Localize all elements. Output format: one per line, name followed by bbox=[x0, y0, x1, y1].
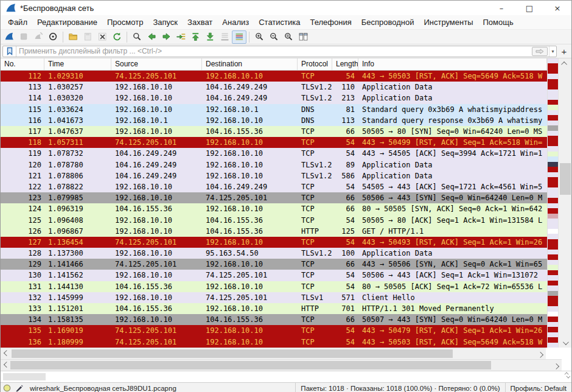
maximize-button[interactable]: □ bbox=[515, 1, 543, 15]
toolbar-separator bbox=[63, 32, 63, 43]
column-header-destination[interactable]: Destination bbox=[202, 58, 298, 70]
reload-file-button[interactable] bbox=[110, 30, 124, 44]
restart-capture-button[interactable] bbox=[31, 30, 46, 44]
mini-scroll-arrows[interactable] bbox=[566, 372, 569, 379]
packet-row-116[interactable]: 1161.041673192.168.10.1192.168.10.10DNS1… bbox=[1, 115, 547, 126]
close-file-button[interactable] bbox=[95, 30, 110, 44]
packet-row-113[interactable]: 1131.030257192.168.10.10104.16.249.249TL… bbox=[1, 82, 547, 93]
packet-row-122[interactable]: 1221.078822192.168.10.10104.16.249.249TC… bbox=[1, 181, 547, 192]
packet-row-126[interactable]: 1261.096867192.168.10.10104.16.155.36HTT… bbox=[1, 226, 547, 237]
apply-filter-button[interactable] bbox=[532, 47, 548, 56]
filter-dropdown-caret[interactable]: ▾ bbox=[549, 46, 556, 57]
packet-row-132[interactable]: 1321.145999192.168.10.1074.125.205.101TL… bbox=[1, 292, 547, 303]
packet-row-118[interactable]: 1181.05731174.125.205.101192.168.10.10TC… bbox=[1, 137, 547, 148]
open-file-button[interactable] bbox=[66, 30, 80, 44]
find-packet-button[interactable] bbox=[130, 30, 144, 44]
go-to-top-button[interactable] bbox=[188, 30, 203, 44]
packet-row-114[interactable]: 1141.030320192.168.10.10104.16.249.249TL… bbox=[1, 93, 547, 103]
go-to-packet-button[interactable] bbox=[173, 30, 188, 44]
packet-row-115[interactable]: 1151.033624192.168.10.10192.168.10.1DNS8… bbox=[1, 104, 547, 115]
expert-info-button[interactable] bbox=[1, 383, 13, 392]
packet-row-134[interactable]: 1341.158135192.168.10.10104.16.155.36TCP… bbox=[1, 314, 547, 325]
go-forward-button[interactable] bbox=[159, 30, 173, 44]
packet-row-123[interactable]: 1231.079985192.168.10.1074.125.205.101TC… bbox=[1, 192, 547, 203]
packet-row-135[interactable]: 1351.16901974.125.205.101192.168.10.10TC… bbox=[1, 325, 547, 336]
packet-row-112[interactable]: 1121.02931074.125.205.101192.168.10.10TC… bbox=[1, 71, 547, 82]
go-to-bottom-button[interactable] bbox=[203, 30, 217, 44]
scroll-down-arrow[interactable] bbox=[559, 338, 571, 348]
minimize-button[interactable]: – bbox=[487, 1, 515, 15]
menu-8[interactable]: Телефония bbox=[305, 16, 356, 29]
menu-7[interactable]: Статистика bbox=[254, 16, 305, 29]
hscrollbar-thumb-2[interactable] bbox=[10, 361, 491, 369]
scroll-left-arrow-2[interactable] bbox=[1, 360, 10, 371]
hscrollbar-thumb[interactable] bbox=[12, 349, 453, 358]
packet-row-125[interactable]: 1251.096408192.168.10.10104.16.155.36TCP… bbox=[1, 214, 547, 225]
menu-bar: ФайлРедактированиеПросмотрЗапускЗахватАн… bbox=[1, 15, 571, 30]
packet-row-119[interactable]: 1191.078732104.16.249.249192.168.10.10TC… bbox=[1, 148, 547, 159]
cell-len: 54 bbox=[332, 138, 358, 147]
zoom-in-button[interactable] bbox=[252, 30, 267, 44]
column-header-time[interactable]: Time bbox=[44, 58, 111, 70]
column-header-source[interactable]: Source bbox=[111, 58, 202, 70]
menu-6[interactable]: Анализ bbox=[217, 16, 254, 29]
column-header-protocol[interactable]: Protocol bbox=[298, 58, 332, 70]
column-header-info[interactable]: Info bbox=[358, 58, 547, 70]
save-file-button[interactable] bbox=[80, 30, 95, 44]
go-back-button[interactable] bbox=[144, 30, 159, 44]
add-filter-button[interactable]: + bbox=[559, 46, 570, 57]
colorize-button[interactable] bbox=[232, 30, 246, 44]
close-button[interactable]: × bbox=[543, 1, 571, 15]
menu-4[interactable]: Запуск bbox=[148, 16, 183, 29]
resize-columns-button[interactable] bbox=[296, 30, 310, 44]
zoom-out-button[interactable] bbox=[267, 30, 281, 44]
capture-options-button[interactable] bbox=[46, 30, 60, 44]
cell-proto: TCP bbox=[298, 238, 332, 247]
capture-comment-button[interactable] bbox=[13, 383, 25, 392]
packet-row-128[interactable]: 1281.137300192.168.10.1095.163.54.50TLSv… bbox=[1, 248, 547, 259]
packet-row-131[interactable]: 1311.144130104.16.155.36192.168.10.10TCP… bbox=[1, 281, 547, 292]
stop-capture-button[interactable] bbox=[16, 30, 31, 44]
column-header-length[interactable]: Length bbox=[332, 58, 358, 70]
cell-time: 1.137300 bbox=[44, 249, 111, 257]
menu-9[interactable]: Беспроводной bbox=[357, 16, 419, 29]
scroll-up-arrow[interactable] bbox=[559, 58, 571, 68]
packet-row-127[interactable]: 1271.13645474.125.205.101192.168.10.10TC… bbox=[1, 237, 547, 248]
packet-row-133[interactable]: 1331.151201104.16.155.36192.168.10.10HTT… bbox=[1, 303, 547, 314]
packet-row-124[interactable]: 1241.096319104.16.155.36192.168.10.10TCP… bbox=[1, 203, 547, 214]
packet-row-117[interactable]: 1171.047637192.168.10.10104.16.155.36TCP… bbox=[1, 126, 547, 137]
scroll-right-arrow[interactable] bbox=[536, 348, 546, 359]
scroll-right-arrow-2[interactable] bbox=[552, 360, 562, 371]
display-filter-input[interactable] bbox=[16, 47, 532, 55]
scroll-left-arrow[interactable] bbox=[1, 348, 10, 359]
auto-scroll-button[interactable] bbox=[217, 30, 232, 44]
start-capture-button[interactable] bbox=[2, 30, 16, 44]
filter-bookmark-button[interactable] bbox=[3, 46, 16, 57]
menu-1[interactable]: Файл bbox=[3, 16, 32, 29]
display-filter-box: ▾ bbox=[2, 46, 557, 57]
cell-no: 121 bbox=[1, 172, 44, 180]
menu-3[interactable]: Просмотр bbox=[102, 16, 148, 29]
zoom-original-button[interactable] bbox=[281, 30, 296, 44]
packet-row-121[interactable]: 1211.078806104.16.249.249192.168.10.10TL… bbox=[1, 170, 547, 181]
secondary-hscrollbar[interactable] bbox=[1, 359, 562, 371]
packet-row-120[interactable]: 1201.078780104.16.249.249192.168.10.10TL… bbox=[1, 159, 547, 170]
cell-len: 571 bbox=[332, 293, 358, 302]
profile-indicator[interactable]: Профиль: Default bbox=[505, 383, 571, 392]
packet-list-hscrollbar[interactable] bbox=[1, 348, 546, 359]
menu-2[interactable]: Редактирование bbox=[32, 16, 102, 29]
packet-row-136[interactable]: 1361.18099974.125.205.101192.168.10.10TC… bbox=[1, 337, 547, 348]
packet-row-130[interactable]: 1301.141562192.168.10.1074.125.205.101TC… bbox=[1, 270, 547, 281]
intelligent-scrollbar-minimap[interactable] bbox=[547, 58, 558, 348]
column-header-no[interactable]: No. bbox=[1, 58, 44, 70]
minimap-stripe bbox=[548, 69, 558, 74]
minimap-stripe bbox=[548, 239, 558, 244]
menu-10[interactable]: Инструменты bbox=[419, 16, 478, 29]
vertical-scrollbar[interactable] bbox=[558, 58, 571, 348]
menu-11[interactable]: Помощь bbox=[478, 16, 518, 29]
vertical-scrollbar-thumb[interactable] bbox=[560, 163, 571, 195]
capture-filename[interactable]: wireshark_Беспроводная сетьJ89DU1.pcapng bbox=[30, 385, 176, 392]
menu-5[interactable]: Захват bbox=[183, 16, 217, 29]
packet-row-129[interactable]: 1291.14146674.125.205.101192.168.10.10TC… bbox=[1, 259, 547, 270]
main-toolbar bbox=[1, 30, 571, 44]
